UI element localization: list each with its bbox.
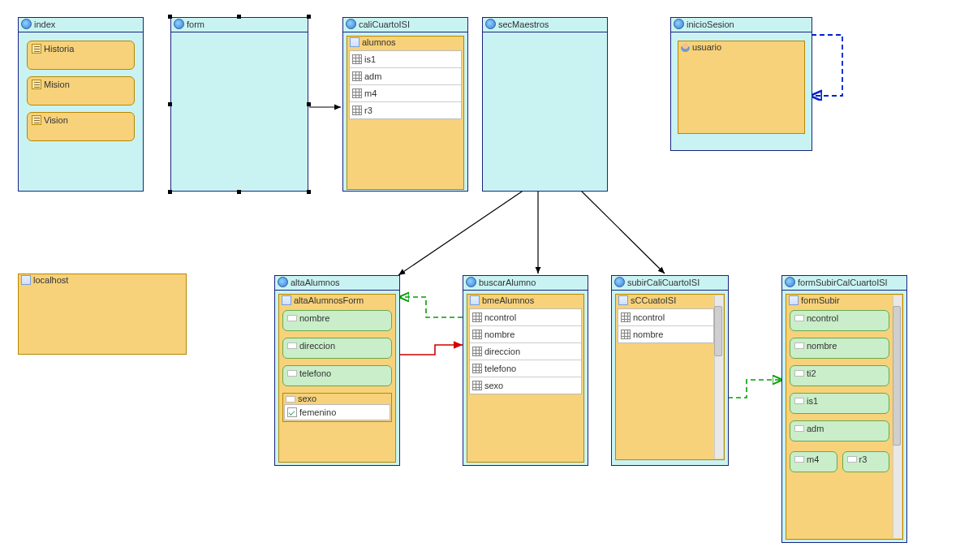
globe-icon xyxy=(174,19,184,29)
scroll-thumb[interactable] xyxy=(714,306,722,356)
box-buscaralumno[interactable]: buscarAlumno bmeAlumnos ncontrol nombre … xyxy=(463,275,588,466)
label: sexo xyxy=(484,381,503,390)
title-text: caliCuartoISI xyxy=(359,19,410,29)
group-sexo[interactable]: sexo femenino xyxy=(282,393,392,422)
box-title: secMaestros xyxy=(483,18,607,32)
title-text: formSubirCalCuartoISI xyxy=(798,278,888,287)
box-form[interactable]: form xyxy=(170,17,308,192)
field-nombre[interactable]: nombre xyxy=(790,338,889,359)
field-direccion[interactable]: direccion xyxy=(282,338,392,359)
field-telefono[interactable]: telefono xyxy=(282,365,392,386)
panel-title: altaAlumnosForm xyxy=(279,295,395,307)
panel-alumnos[interactable]: alumnos is1 adm m4 r3 xyxy=(347,36,464,190)
panel-usuario[interactable]: usuario xyxy=(678,41,805,134)
resize-handle[interactable] xyxy=(307,190,311,194)
resize-handle[interactable] xyxy=(307,102,311,106)
field-r3[interactable]: r3 xyxy=(842,451,890,472)
title-text: secMaestros xyxy=(498,19,549,29)
item-mision[interactable]: Mision xyxy=(27,76,135,106)
row-adm[interactable]: adm xyxy=(350,68,461,85)
item-historia[interactable]: Historia xyxy=(27,41,135,70)
title-text: subirCaliCuartoISI xyxy=(627,278,700,287)
label: telefono xyxy=(484,364,516,373)
title-text: inicioSesion xyxy=(687,19,734,29)
user-icon xyxy=(681,43,690,52)
globe-icon xyxy=(346,19,356,29)
title-text: buscarAlumno xyxy=(479,278,536,287)
field-icon xyxy=(286,396,295,403)
box-calicuartoisi[interactable]: caliCuartoISI alumnos is1 adm m4 r3 xyxy=(342,17,468,192)
resize-handle[interactable] xyxy=(168,15,172,19)
panel-title: usuario xyxy=(678,41,804,54)
field-ti2[interactable]: ti2 xyxy=(790,365,889,386)
panel-title: localhost xyxy=(19,274,186,286)
row-nombre[interactable]: nombre xyxy=(470,326,581,343)
label: usuario xyxy=(692,42,721,52)
panel-localhost[interactable]: localhost xyxy=(18,274,187,355)
label: Vision xyxy=(44,115,68,125)
field-icon xyxy=(794,425,804,432)
title-text: altaAlumnos xyxy=(291,278,340,287)
label: ncontrol xyxy=(484,312,516,322)
row-is1[interactable]: is1 xyxy=(350,51,461,68)
row-ncontrol[interactable]: ncontrol xyxy=(470,309,581,326)
option-femenino[interactable]: femenino xyxy=(285,405,390,420)
resize-handle[interactable] xyxy=(237,190,241,194)
grid-icon xyxy=(621,330,631,339)
item-vision[interactable]: Vision xyxy=(27,112,135,141)
globe-icon xyxy=(785,277,795,287)
label: ti2 xyxy=(807,368,816,378)
field-icon xyxy=(287,370,297,377)
row-m4[interactable]: m4 xyxy=(350,85,461,102)
box-altaalumnos[interactable]: altaAlumnos altaAlumnosForm nombre direc… xyxy=(274,275,400,466)
resize-handle[interactable] xyxy=(237,15,241,19)
label: ncontrol xyxy=(807,313,838,323)
grid-icon xyxy=(472,364,482,373)
row-direccion[interactable]: direccion xyxy=(470,343,581,360)
rows: ncontrol nombre xyxy=(618,308,714,343)
row-sexo[interactable]: sexo xyxy=(470,377,581,394)
form-icon xyxy=(470,295,480,305)
panel-bmealumnos[interactable]: bmeAlumnos ncontrol nombre direccion tel… xyxy=(467,294,584,463)
label: nombre xyxy=(299,313,329,323)
text-icon xyxy=(32,44,41,54)
row-r3[interactable]: r3 xyxy=(350,102,461,118)
grid-icon xyxy=(472,347,482,356)
label: m4 xyxy=(807,454,819,464)
row-nombre[interactable]: nombre xyxy=(618,326,713,342)
panel-sccuatoisi[interactable]: sCCuatoISI ncontrol nombre xyxy=(615,294,725,460)
checkbox-icon xyxy=(287,407,297,417)
box-index[interactable]: index Historia Mision Vision xyxy=(18,17,144,192)
box-subircalicuartoisi[interactable]: subirCaliCuartoISI sCCuatoISI ncontrol n… xyxy=(611,275,729,466)
label: femenino xyxy=(299,407,336,417)
label: Mision xyxy=(44,80,70,89)
panel-formsubir[interactable]: formSubir ncontrol nombre ti2 is1 adm m4… xyxy=(786,294,903,540)
resize-handle[interactable] xyxy=(168,102,172,106)
box-secmaestros[interactable]: secMaestros xyxy=(482,17,608,192)
globe-icon xyxy=(466,277,476,287)
field-nombre[interactable]: nombre xyxy=(282,310,392,331)
box-title: buscarAlumno xyxy=(463,276,588,291)
panel-altaalumnosform[interactable]: altaAlumnosForm nombre direccion telefon… xyxy=(278,294,396,463)
text-icon xyxy=(32,115,41,125)
box-title: subirCaliCuartoISI xyxy=(612,276,728,291)
field-icon xyxy=(847,456,857,463)
box-iniciosesion[interactable]: inicioSesion usuario xyxy=(670,17,812,151)
field-m4[interactable]: m4 xyxy=(790,451,837,472)
label: sexo xyxy=(298,394,316,403)
resize-handle[interactable] xyxy=(307,15,311,19)
field-icon xyxy=(794,342,804,349)
row-ncontrol[interactable]: ncontrol xyxy=(618,309,713,326)
row-telefono[interactable]: telefono xyxy=(470,360,581,377)
field-ncontrol[interactable]: ncontrol xyxy=(790,310,889,331)
field-is1[interactable]: is1 xyxy=(790,393,889,414)
field-adm[interactable]: adm xyxy=(790,420,889,442)
scroll-thumb[interactable] xyxy=(893,306,901,446)
resize-handle[interactable] xyxy=(168,190,172,194)
label: nombre xyxy=(807,341,837,351)
text-icon xyxy=(32,80,41,89)
box-formsubircalcuartoisi[interactable]: formSubirCalCuartoISI formSubir ncontrol… xyxy=(781,275,907,543)
rows: ncontrol nombre direccion telefono sexo xyxy=(469,308,582,394)
form-icon xyxy=(21,275,31,285)
grid-icon xyxy=(352,54,362,64)
